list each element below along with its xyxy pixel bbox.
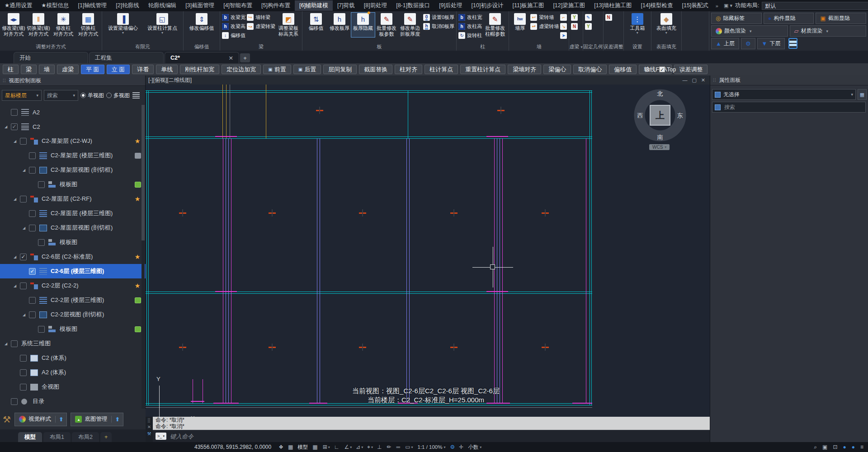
tree-row-badge[interactable]	[134, 282, 141, 289]
tree-checkbox[interactable]	[29, 225, 36, 231]
slab-marker[interactable]	[179, 344, 186, 351]
compass-south[interactable]: 南	[656, 133, 665, 141]
menu-item[interactable]: [13]墙柱施工图	[590, 0, 636, 11]
menu-item[interactable]: [1]轴线管理	[73, 0, 111, 11]
properties-search[interactable]	[712, 102, 866, 113]
wall-convert-icon-1[interactable]: ⌐	[560, 13, 567, 21]
toolbar-button[interactable]: 单线	[156, 65, 178, 74]
toolbar-button[interactable]: 梁偏心	[543, 65, 571, 74]
ortho-toggle-icon[interactable]: ∟	[334, 444, 340, 450]
toolbar-gear-icon[interactable]: ⚙	[644, 66, 650, 74]
ribbon-small-button[interactable]: h 取消0板厚	[423, 22, 454, 30]
upper-floor-button[interactable]: ▲ 上层	[711, 38, 739, 49]
model-space-button[interactable]: 模型	[297, 444, 308, 451]
section-visibility-button[interactable]: ▣ 截面显隐	[816, 13, 866, 24]
slab-marker[interactable]	[269, 209, 276, 217]
command-prompt-icon[interactable]: >_▾	[156, 433, 166, 440]
ribbon-dropdown-button[interactable]: ◱ 设置柱计算点 ▾	[143, 13, 181, 35]
tree-row[interactable]: C2-2层 (C2-2)	[0, 278, 146, 293]
menu-item[interactable]: [8]前处理	[359, 0, 392, 11]
menu-item[interactable]: [8-1]数据接口	[392, 0, 434, 11]
menu-item[interactable]: [15]装配式	[677, 0, 712, 11]
tree-row-badge[interactable]	[135, 297, 141, 303]
ribbon-small-button[interactable]: b 改梁宽	[222, 13, 245, 21]
crosshair-size-icon[interactable]: ✛	[459, 444, 463, 450]
toolbar-button[interactable]: 柱计算点	[425, 65, 458, 74]
lineweight-icon[interactable]: ═	[396, 444, 401, 450]
toolbar-button[interactable]: 重置柱计算点	[460, 65, 505, 74]
tree-checkbox[interactable]	[20, 196, 27, 202]
slab-marker[interactable]	[359, 209, 366, 217]
tree-row[interactable]: C2	[0, 119, 146, 134]
tree-row-badge[interactable]	[135, 153, 141, 159]
toolbar-button[interactable]: ▣ 后置	[293, 65, 321, 74]
beam-slab-elevation-button[interactable]: ◩ 调整梁板 标高关系	[277, 13, 300, 37]
snap-toggle-icon[interactable]: ⊞▾	[323, 444, 330, 450]
tree-row[interactable]: A2	[0, 105, 146, 119]
tree-checkbox[interactable]	[11, 123, 18, 130]
wall-thickness-button[interactable]: hw 墙厚	[511, 13, 529, 32]
tree-checkbox[interactable]	[38, 181, 45, 188]
error-adjust-n-icon[interactable]: N	[605, 13, 612, 21]
document-tab[interactable]: 工程集 ✕	[89, 52, 164, 63]
tree-row-badge[interactable]	[135, 182, 141, 188]
compass-top-face[interactable]: 上	[650, 105, 670, 126]
toolbar-button[interactable]: 墙	[39, 65, 55, 74]
toolbar-button[interactable]: 刚性杆加宽	[180, 65, 219, 74]
tree-scrollbar-thumb[interactable]	[142, 105, 145, 240]
snap-indicator-icon[interactable]: ❖	[278, 444, 283, 450]
top-view-checkbox[interactable]: ✓ Top	[659, 66, 676, 73]
command-input-row[interactable]: >_▾	[153, 430, 710, 442]
status-circle-icon[interactable]: ●	[852, 444, 855, 450]
wall-select-icon[interactable]: ➤	[560, 31, 567, 39]
tree-row[interactable]: 目录	[0, 394, 146, 409]
menu-item[interactable]: ★模型信息	[37, 0, 73, 11]
toolbar-button[interactable]: ▣ 前置	[263, 65, 291, 74]
tree-expander-icon[interactable]	[14, 197, 20, 201]
tree-row[interactable]: A2 (体系)	[0, 365, 146, 380]
grid-toggle-icon[interactable]: ▦	[312, 444, 318, 450]
tree-row[interactable]: 模板图	[0, 177, 146, 192]
tree-row[interactable]: C2-6层 (C2-标准层)	[0, 250, 146, 264]
tree-expander-icon[interactable]	[23, 226, 29, 230]
toolbox-button[interactable]: ⋮ 工具箱 ▾	[626, 13, 649, 35]
component-visibility-button[interactable]: ● 构件显隐	[764, 13, 814, 24]
toolbar-button[interactable]: 层间复制	[323, 65, 357, 74]
ribbon-button[interactable]: h 修改板厚	[328, 13, 351, 37]
fixed-geometry-y-icon[interactable]: Y	[585, 22, 592, 30]
ribbon-small-button[interactable]: ↫ 虚梁转墙	[530, 22, 559, 30]
command-tools-icon[interactable]: ⚒	[147, 431, 151, 436]
menu-item[interactable]: [2]轮廓线	[111, 0, 143, 11]
tree-row[interactable]: C2-2层 (楼层三维图)	[0, 293, 146, 307]
floor-settings-gear-button[interactable]: ⚙	[741, 38, 755, 49]
menu-item[interactable]: [5]构件布置	[257, 0, 295, 11]
globe-icon[interactable]: ●	[843, 444, 846, 450]
tree-search-combo[interactable]: 搜索 ▾	[44, 90, 78, 101]
ribbon-dropdown-button[interactable]: ▐ 设置梁墙偏心 ▾	[104, 13, 142, 35]
view-compass[interactable]: 北 南 西 东 上 WCS▾	[633, 88, 687, 156]
tree-expander-icon[interactable]	[5, 342, 11, 346]
tree-row[interactable]: C2-屋架层 (C2-WJ)	[0, 134, 146, 148]
tree-expander-icon[interactable]	[14, 139, 20, 143]
menu-overflow-icon[interactable]: »	[713, 3, 721, 9]
status-menu-icon[interactable]: ≡	[860, 444, 863, 450]
tree-row-badge[interactable]	[134, 137, 141, 145]
menu-item[interactable]: [14]模型检查	[637, 0, 678, 11]
compass-north[interactable]: 北	[656, 90, 665, 98]
multi-view-layout-icon[interactable]	[132, 92, 140, 99]
tree-checkbox[interactable]	[11, 398, 18, 405]
menu-item[interactable]: [4]智能布置	[219, 0, 257, 11]
tree-row[interactable]: 系统三维图	[0, 336, 146, 351]
tree-row[interactable]: C2-屋面层 (楼层三维图)	[0, 206, 146, 221]
slab-marker[interactable]	[359, 344, 366, 351]
viewport-indicator-icon[interactable]: ▦	[288, 444, 293, 450]
layout-tab[interactable]: +	[100, 432, 112, 442]
toolbar-button[interactable]: 平 面	[81, 65, 104, 74]
virtual-beam-y-icon[interactable]: Y	[571, 13, 578, 21]
ribbon-button[interactable]: ✳ 修改柱 对齐方式	[52, 13, 75, 37]
ribbon-button[interactable]: ◂▸ 修改梁(墙) 对齐方式	[2, 13, 25, 37]
slab-marker[interactable]	[542, 209, 549, 217]
toolbar-button[interactable]: 定位边加宽	[222, 65, 261, 74]
tree-checkbox[interactable]	[29, 152, 36, 159]
ribbon-button[interactable]: ▦ 切换柱 对齐方式	[76, 13, 100, 37]
